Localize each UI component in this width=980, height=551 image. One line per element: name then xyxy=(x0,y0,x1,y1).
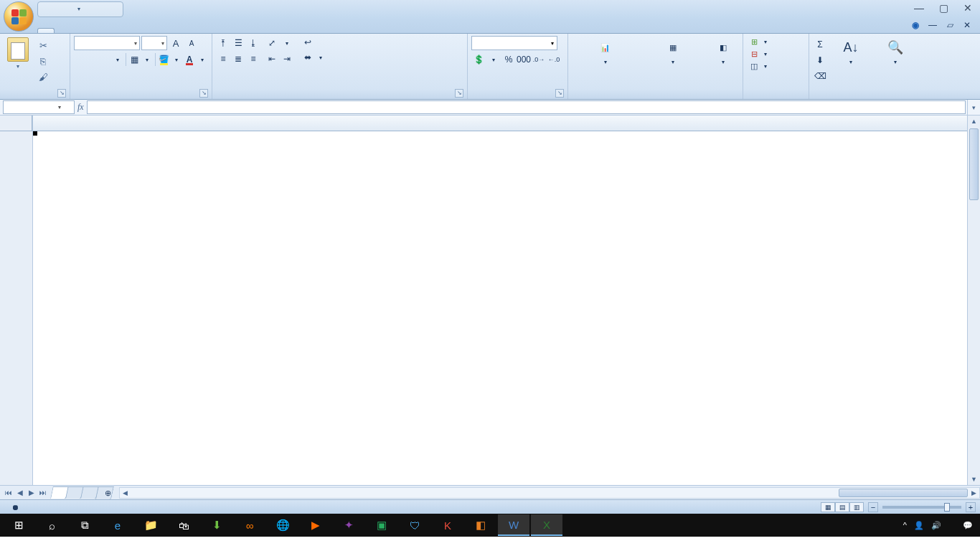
font-color-icon[interactable]: A xyxy=(184,52,196,67)
wrap-text-button[interactable]: ↩ xyxy=(300,36,324,49)
align-bottom-icon[interactable]: ⭳ xyxy=(246,36,260,50)
maximize-button[interactable]: ▢ xyxy=(936,1,951,14)
font-name-combo[interactable]: ▾ xyxy=(74,36,140,50)
name-box-dropdown-icon[interactable]: ▾ xyxy=(55,104,64,110)
accounting-icon[interactable]: 💲 xyxy=(471,52,486,67)
orientation-dropdown-icon[interactable]: ▾ xyxy=(280,36,294,50)
taskbar-app3-icon[interactable]: ▶ xyxy=(300,514,331,536)
percent-icon[interactable]: % xyxy=(501,52,516,67)
tab-formulas[interactable] xyxy=(86,29,102,33)
tray-notifications-icon[interactable]: 💬 xyxy=(963,521,973,530)
macro-record-icon[interactable]: ⏺ xyxy=(11,503,19,512)
scroll-up-icon[interactable]: ▲ xyxy=(968,116,980,127)
autosum-icon[interactable]: Σ xyxy=(813,37,827,52)
taskbar-app2-icon[interactable]: ∞ xyxy=(234,514,265,536)
formula-bar[interactable] xyxy=(87,100,966,114)
taskbar-store-icon[interactable]: 🛍 xyxy=(168,514,199,536)
tab-view[interactable] xyxy=(133,29,149,33)
paste-dropdown-icon[interactable]: ▾ xyxy=(17,63,19,70)
insert-cells-button[interactable]: ⊞▾ xyxy=(747,36,805,47)
paste-button[interactable]: ▾ xyxy=(4,36,32,88)
number-launcher[interactable]: ↘ xyxy=(555,89,564,98)
fx-icon[interactable]: fx xyxy=(77,102,84,113)
select-all-corner[interactable] xyxy=(0,116,32,131)
increase-decimal-icon[interactable]: .0→ xyxy=(532,52,546,67)
tray-people-icon[interactable]: 👤 xyxy=(914,521,924,530)
border-icon[interactable]: ▦ xyxy=(128,52,141,67)
shrink-font-icon[interactable]: A xyxy=(184,36,199,50)
ribbon-close-icon[interactable]: ✕ xyxy=(961,19,973,31)
scroll-left-icon[interactable]: ◀ xyxy=(120,488,131,498)
undo-dropdown-icon[interactable]: ▾ xyxy=(72,3,85,16)
underline-dropdown-icon[interactable]: ▾ xyxy=(112,52,124,67)
align-right-icon[interactable]: ≡ xyxy=(246,52,260,66)
ribbon-minimize-icon[interactable]: — xyxy=(927,19,938,31)
taskbar-excel-icon[interactable]: X xyxy=(531,514,562,536)
align-top-icon[interactable]: ⭱ xyxy=(216,36,230,50)
align-left-icon[interactable]: ≡ xyxy=(216,52,230,66)
taskbar-taskview-icon[interactable]: ⧉ xyxy=(69,514,100,536)
number-format-combo[interactable]: ▾ xyxy=(471,36,557,50)
font-color-dropdown-icon[interactable]: ▾ xyxy=(196,52,208,67)
align-middle-icon[interactable]: ☰ xyxy=(231,36,245,50)
save-icon[interactable] xyxy=(42,3,55,16)
zoom-in-button[interactable]: + xyxy=(966,502,976,512)
view-page-break-icon[interactable]: ▥ xyxy=(849,502,864,512)
alignment-launcher[interactable]: ↘ xyxy=(455,89,463,98)
fill-color-icon[interactable]: 🪣 xyxy=(158,52,170,67)
format-painter-icon[interactable]: 🖌 xyxy=(35,70,51,84)
horizontal-scrollbar[interactable]: ◀ ▶ xyxy=(119,487,980,499)
format-cells-button[interactable]: ◫▾ xyxy=(747,60,805,72)
start-button[interactable]: ⊞ xyxy=(3,514,34,536)
sheet-nav-next-icon[interactable]: ▶ xyxy=(26,487,37,499)
sheet-tab-new[interactable]: ⊕ xyxy=(95,486,114,499)
decrease-decimal-icon[interactable]: ←.0 xyxy=(547,52,561,67)
orientation-icon[interactable]: ⤢ xyxy=(265,36,279,50)
fill-handle[interactable] xyxy=(33,131,37,136)
taskbar-search-icon[interactable]: ⌕ xyxy=(36,514,67,536)
copy-icon[interactable]: ⎘ xyxy=(35,54,51,68)
taskbar-app5-icon[interactable]: ▣ xyxy=(366,514,397,536)
indent-decrease-icon[interactable]: ⇤ xyxy=(265,52,279,66)
clear-icon[interactable]: ⌫ xyxy=(813,69,827,83)
comma-icon[interactable]: 000 xyxy=(517,52,531,67)
border-dropdown-icon[interactable]: ▾ xyxy=(141,52,154,67)
scroll-right-icon[interactable]: ▶ xyxy=(969,488,979,498)
taskbar-app1-icon[interactable]: ⬇ xyxy=(201,514,232,536)
accounting-dropdown-icon[interactable]: ▾ xyxy=(486,52,501,67)
fill-icon[interactable]: ⬇ xyxy=(813,53,827,67)
office-button[interactable] xyxy=(4,1,34,32)
tab-data[interactable] xyxy=(102,29,118,33)
help-icon[interactable]: ◉ xyxy=(910,19,921,31)
font-launcher[interactable]: ↘ xyxy=(199,89,208,98)
align-center-icon[interactable]: ≣ xyxy=(231,52,245,66)
ribbon-restore-icon[interactable]: ▱ xyxy=(944,19,956,31)
sheet-nav-last-icon[interactable]: ⏭ xyxy=(37,487,49,499)
sheet-nav-prev-icon[interactable]: ◀ xyxy=(14,487,26,499)
close-button[interactable]: ✕ xyxy=(960,1,976,14)
cut-icon[interactable]: ✂ xyxy=(35,38,51,52)
sheet-nav-first-icon[interactable]: ⏮ xyxy=(3,487,14,499)
vertical-scrollbar[interactable]: ▲ ▼ xyxy=(967,116,980,485)
tray-volume-icon[interactable]: 🔊 xyxy=(931,521,941,530)
merge-center-button[interactable]: ⬌▾ xyxy=(300,51,324,64)
taskbar-word-icon[interactable]: W xyxy=(498,514,529,536)
name-box-input[interactable] xyxy=(4,103,55,112)
vscroll-thumb[interactable] xyxy=(969,128,979,200)
undo-icon[interactable] xyxy=(57,3,70,16)
taskbar-explorer-icon[interactable]: 📁 xyxy=(135,514,166,536)
view-normal-icon[interactable]: ▦ xyxy=(821,502,835,512)
taskbar-kaspersky-icon[interactable]: K xyxy=(432,514,463,536)
minimize-button[interactable]: — xyxy=(911,1,927,14)
tab-review[interactable] xyxy=(118,29,133,33)
font-size-combo[interactable]: ▾ xyxy=(141,36,167,50)
format-as-table-button[interactable]: ▦ ▾ xyxy=(641,36,704,88)
cell-styles-button[interactable]: ◧ ▾ xyxy=(707,36,739,88)
tab-insert[interactable] xyxy=(55,29,70,33)
tray-expand-icon[interactable]: ^ xyxy=(903,521,907,529)
grow-font-icon[interactable]: A xyxy=(169,36,183,50)
zoom-slider[interactable] xyxy=(882,506,961,509)
fill-dropdown-icon[interactable]: ▾ xyxy=(171,52,183,67)
tab-developer[interactable] xyxy=(149,29,165,33)
delete-cells-button[interactable]: ⊟▾ xyxy=(747,48,805,60)
